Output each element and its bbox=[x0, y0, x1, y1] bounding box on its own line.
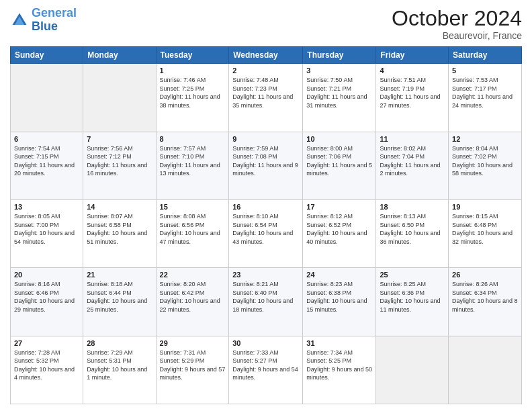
day-info: Sunrise: 8:04 AM Sunset: 7:02 PM Dayligh… bbox=[452, 144, 518, 178]
calendar-cell: 25Sunrise: 8:25 AM Sunset: 6:36 PM Dayli… bbox=[376, 268, 449, 336]
day-number: 22 bbox=[160, 271, 226, 279]
header-row: SundayMondayTuesdayWednesdayThursdayFrid… bbox=[11, 47, 522, 64]
calendar-cell: 30Sunrise: 7:33 AM Sunset: 5:27 PM Dayli… bbox=[229, 336, 303, 404]
logo-text: GeneralBlue bbox=[32, 7, 77, 34]
week-row-5: 27Sunrise: 7:28 AM Sunset: 5:32 PM Dayli… bbox=[11, 336, 522, 404]
calendar-cell: 29Sunrise: 7:31 AM Sunset: 5:29 PM Dayli… bbox=[156, 336, 229, 404]
day-number: 12 bbox=[452, 135, 518, 143]
calendar-cell: 23Sunrise: 8:21 AM Sunset: 6:40 PM Dayli… bbox=[229, 268, 303, 336]
day-info: Sunrise: 7:57 AM Sunset: 7:10 PM Dayligh… bbox=[160, 144, 226, 178]
day-header-saturday: Saturday bbox=[449, 47, 522, 64]
week-row-3: 13Sunrise: 8:05 AM Sunset: 7:00 PM Dayli… bbox=[11, 199, 522, 267]
calendar-cell: 26Sunrise: 8:26 AM Sunset: 6:34 PM Dayli… bbox=[449, 268, 522, 336]
day-header-monday: Monday bbox=[83, 47, 156, 64]
header: GeneralBlue October 2024 Beaurevoir, Fra… bbox=[10, 7, 522, 41]
day-number: 26 bbox=[452, 271, 518, 279]
day-info: Sunrise: 7:28 AM Sunset: 5:32 PM Dayligh… bbox=[14, 349, 79, 382]
day-info: Sunrise: 7:48 AM Sunset: 7:23 PM Dayligh… bbox=[232, 76, 299, 109]
calendar-cell: 27Sunrise: 7:28 AM Sunset: 5:32 PM Dayli… bbox=[11, 336, 83, 404]
day-info: Sunrise: 7:31 AM Sunset: 5:29 PM Dayligh… bbox=[160, 349, 226, 382]
day-number: 31 bbox=[306, 339, 372, 347]
day-info: Sunrise: 7:56 AM Sunset: 7:12 PM Dayligh… bbox=[87, 144, 152, 178]
day-info: Sunrise: 8:12 AM Sunset: 6:52 PM Dayligh… bbox=[306, 212, 372, 246]
day-number: 18 bbox=[380, 203, 445, 211]
calendar-cell: 9Sunrise: 7:59 AM Sunset: 7:08 PM Daylig… bbox=[229, 132, 303, 199]
calendar-cell: 24Sunrise: 8:23 AM Sunset: 6:38 PM Dayli… bbox=[303, 268, 376, 336]
day-info: Sunrise: 8:00 AM Sunset: 7:06 PM Dayligh… bbox=[306, 144, 372, 178]
calendar-cell: 7Sunrise: 7:56 AM Sunset: 7:12 PM Daylig… bbox=[83, 132, 156, 199]
day-info: Sunrise: 7:53 AM Sunset: 7:17 PM Dayligh… bbox=[452, 76, 518, 109]
calendar-cell: 17Sunrise: 8:12 AM Sunset: 6:52 PM Dayli… bbox=[303, 199, 376, 267]
day-info: Sunrise: 7:29 AM Sunset: 5:31 PM Dayligh… bbox=[87, 349, 152, 382]
day-number: 29 bbox=[160, 339, 226, 347]
day-info: Sunrise: 7:34 AM Sunset: 5:25 PM Dayligh… bbox=[306, 349, 372, 382]
logo: GeneralBlue bbox=[10, 7, 77, 34]
page-container: GeneralBlue October 2024 Beaurevoir, Fra… bbox=[0, 0, 532, 411]
day-number: 3 bbox=[306, 66, 372, 75]
day-header-friday: Friday bbox=[376, 47, 449, 64]
day-info: Sunrise: 7:51 AM Sunset: 7:19 PM Dayligh… bbox=[380, 76, 445, 109]
day-number: 25 bbox=[380, 271, 445, 279]
calendar-table: SundayMondayTuesdayWednesdayThursdayFrid… bbox=[10, 46, 522, 404]
calendar-cell: 19Sunrise: 8:15 AM Sunset: 6:48 PM Dayli… bbox=[449, 199, 522, 267]
day-info: Sunrise: 7:50 AM Sunset: 7:21 PM Dayligh… bbox=[306, 76, 372, 109]
day-number: 16 bbox=[232, 203, 299, 211]
day-info: Sunrise: 8:26 AM Sunset: 6:34 PM Dayligh… bbox=[452, 280, 518, 314]
day-info: Sunrise: 7:59 AM Sunset: 7:08 PM Dayligh… bbox=[232, 144, 299, 178]
calendar-cell: 15Sunrise: 8:08 AM Sunset: 6:56 PM Dayli… bbox=[156, 199, 229, 267]
day-info: Sunrise: 8:21 AM Sunset: 6:40 PM Dayligh… bbox=[232, 280, 299, 314]
calendar-cell: 2Sunrise: 7:48 AM Sunset: 7:23 PM Daylig… bbox=[229, 64, 303, 132]
day-number: 23 bbox=[232, 271, 299, 279]
day-number: 20 bbox=[14, 271, 79, 279]
day-number: 6 bbox=[14, 135, 79, 143]
day-number: 7 bbox=[87, 135, 152, 143]
day-number: 21 bbox=[87, 271, 152, 279]
day-info: Sunrise: 7:33 AM Sunset: 5:27 PM Dayligh… bbox=[232, 349, 299, 382]
calendar-cell: 16Sunrise: 8:10 AM Sunset: 6:54 PM Dayli… bbox=[229, 199, 303, 267]
calendar-cell: 1Sunrise: 7:46 AM Sunset: 7:25 PM Daylig… bbox=[156, 64, 229, 132]
calendar-cell: 10Sunrise: 8:00 AM Sunset: 7:06 PM Dayli… bbox=[303, 132, 376, 199]
calendar-cell: 4Sunrise: 7:51 AM Sunset: 7:19 PM Daylig… bbox=[376, 64, 449, 132]
day-info: Sunrise: 8:23 AM Sunset: 6:38 PM Dayligh… bbox=[306, 280, 372, 314]
day-number: 14 bbox=[87, 203, 152, 211]
calendar-cell bbox=[83, 64, 156, 132]
day-info: Sunrise: 8:10 AM Sunset: 6:54 PM Dayligh… bbox=[232, 212, 299, 246]
day-number: 24 bbox=[306, 271, 372, 279]
day-header-tuesday: Tuesday bbox=[156, 47, 229, 64]
week-row-1: 1Sunrise: 7:46 AM Sunset: 7:25 PM Daylig… bbox=[11, 64, 522, 132]
day-info: Sunrise: 8:07 AM Sunset: 6:58 PM Dayligh… bbox=[87, 212, 152, 246]
calendar-cell: 13Sunrise: 8:05 AM Sunset: 7:00 PM Dayli… bbox=[11, 199, 83, 267]
calendar-cell bbox=[11, 64, 83, 132]
day-info: Sunrise: 8:08 AM Sunset: 6:56 PM Dayligh… bbox=[160, 212, 226, 246]
day-number: 8 bbox=[160, 135, 226, 143]
calendar-cell: 11Sunrise: 8:02 AM Sunset: 7:04 PM Dayli… bbox=[376, 132, 449, 199]
calendar-cell: 14Sunrise: 8:07 AM Sunset: 6:58 PM Dayli… bbox=[83, 199, 156, 267]
day-number: 11 bbox=[380, 135, 445, 143]
day-info: Sunrise: 7:54 AM Sunset: 7:15 PM Dayligh… bbox=[14, 144, 79, 178]
day-header-sunday: Sunday bbox=[11, 47, 83, 64]
day-info: Sunrise: 8:13 AM Sunset: 6:50 PM Dayligh… bbox=[380, 212, 445, 246]
calendar-cell: 21Sunrise: 8:18 AM Sunset: 6:44 PM Dayli… bbox=[83, 268, 156, 336]
day-info: Sunrise: 8:05 AM Sunset: 7:00 PM Dayligh… bbox=[14, 212, 79, 246]
day-header-wednesday: Wednesday bbox=[229, 47, 303, 64]
day-number: 28 bbox=[87, 339, 152, 347]
day-number: 5 bbox=[452, 66, 518, 75]
calendar-cell: 6Sunrise: 7:54 AM Sunset: 7:15 PM Daylig… bbox=[11, 132, 83, 199]
day-info: Sunrise: 8:16 AM Sunset: 6:46 PM Dayligh… bbox=[14, 280, 79, 314]
day-number: 13 bbox=[14, 203, 79, 211]
calendar-cell: 5Sunrise: 7:53 AM Sunset: 7:17 PM Daylig… bbox=[449, 64, 522, 132]
calendar-cell bbox=[376, 336, 449, 404]
month-title: October 2024 bbox=[392, 7, 522, 30]
week-row-2: 6Sunrise: 7:54 AM Sunset: 7:15 PM Daylig… bbox=[11, 132, 522, 199]
calendar-cell: 3Sunrise: 7:50 AM Sunset: 7:21 PM Daylig… bbox=[303, 64, 376, 132]
day-info: Sunrise: 7:46 AM Sunset: 7:25 PM Dayligh… bbox=[160, 76, 226, 109]
day-info: Sunrise: 8:15 AM Sunset: 6:48 PM Dayligh… bbox=[452, 212, 518, 246]
day-number: 27 bbox=[14, 339, 79, 347]
calendar-cell: 12Sunrise: 8:04 AM Sunset: 7:02 PM Dayli… bbox=[449, 132, 522, 199]
calendar-cell: 22Sunrise: 8:20 AM Sunset: 6:42 PM Dayli… bbox=[156, 268, 229, 336]
day-info: Sunrise: 8:20 AM Sunset: 6:42 PM Dayligh… bbox=[160, 280, 226, 314]
calendar-cell: 28Sunrise: 7:29 AM Sunset: 5:31 PM Dayli… bbox=[83, 336, 156, 404]
calendar-cell: 8Sunrise: 7:57 AM Sunset: 7:10 PM Daylig… bbox=[156, 132, 229, 199]
day-header-thursday: Thursday bbox=[303, 47, 376, 64]
day-number: 15 bbox=[160, 203, 226, 211]
